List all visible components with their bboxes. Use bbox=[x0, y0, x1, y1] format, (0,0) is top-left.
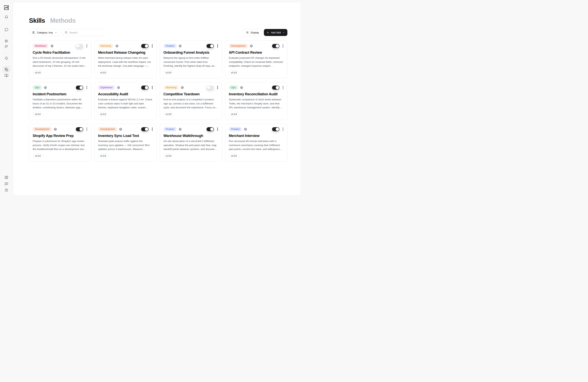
skill-description: Write merchant-facing release notes for … bbox=[98, 56, 153, 68]
version-badge: v1.0.0 bbox=[229, 154, 239, 158]
version-badge: v1.0.0 bbox=[229, 112, 239, 116]
app-logo[interactable] bbox=[3, 4, 10, 11]
card-header: Marketing bbox=[164, 85, 218, 90]
skill-card: Development Shopify App Review Prep Prep… bbox=[29, 124, 91, 162]
skill-card: Development API Contract Review Evaluate… bbox=[225, 41, 287, 78]
globe-icon bbox=[50, 44, 54, 48]
category-badge: Development bbox=[33, 127, 52, 131]
sidebar-item-flags[interactable] bbox=[4, 44, 9, 49]
sidebar-item-help[interactable] bbox=[4, 188, 9, 192]
more-menu-button[interactable] bbox=[217, 127, 218, 131]
globe-icon bbox=[44, 86, 47, 89]
skill-enabled-toggle[interactable] bbox=[207, 44, 214, 48]
skill-enabled-toggle[interactable] bbox=[272, 127, 279, 131]
skill-enabled-toggle[interactable] bbox=[76, 127, 83, 131]
version-badge: v1.0.0 bbox=[33, 112, 43, 116]
more-menu-button[interactable] bbox=[282, 127, 284, 131]
category-badge: Product bbox=[229, 127, 242, 131]
library-icon bbox=[4, 39, 8, 43]
toggle-knob bbox=[276, 86, 279, 89]
globe-icon bbox=[115, 44, 119, 48]
display-button[interactable]: Display bbox=[243, 29, 262, 36]
more-menu-button[interactable] bbox=[217, 44, 218, 48]
toggle-knob bbox=[276, 127, 279, 131]
category-filter-dropdown[interactable]: Category: Any bbox=[29, 29, 60, 36]
skill-title: Inventory Reconciliation Audit bbox=[229, 92, 284, 96]
more-menu-button[interactable] bbox=[86, 85, 87, 89]
users-icon bbox=[32, 31, 35, 34]
skill-enabled-toggle[interactable] bbox=[207, 85, 214, 90]
skill-title: Inventory Sync Load Test bbox=[98, 134, 153, 138]
display-button-label: Display bbox=[251, 31, 259, 34]
book-open-icon bbox=[4, 74, 9, 78]
toggle-knob bbox=[145, 127, 148, 131]
more-menu-button[interactable] bbox=[151, 44, 153, 48]
globe-icon bbox=[178, 127, 182, 131]
skill-card: Ops Incident Postmortem Facilitate a bla… bbox=[29, 82, 91, 120]
more-menu-button[interactable] bbox=[217, 85, 218, 89]
message-plus-icon bbox=[4, 182, 8, 186]
sliders-icon bbox=[246, 31, 249, 34]
sidebar-item-locate[interactable] bbox=[4, 56, 9, 61]
version-badge: v1.0.0 bbox=[229, 70, 239, 75]
more-menu-button[interactable] bbox=[151, 127, 153, 131]
toggle-knob bbox=[210, 44, 213, 48]
skill-description: Prepare a submission for Shopify's app r… bbox=[33, 139, 87, 151]
skill-enabled-toggle[interactable] bbox=[272, 85, 279, 90]
skill-enabled-toggle[interactable] bbox=[141, 85, 148, 90]
more-menu-button[interactable] bbox=[282, 44, 284, 48]
more-menu-button[interactable] bbox=[86, 44, 87, 48]
skill-card: Ops Inventory Reconciliation Audit Syste… bbox=[225, 82, 287, 120]
category-filter-label: Category: Any bbox=[37, 31, 53, 34]
card-header: Marketing bbox=[98, 44, 153, 48]
skill-description: Facilitate a blameless postmortem within… bbox=[33, 98, 87, 110]
page-tabs: Skills Methods bbox=[29, 2, 287, 24]
locate-icon bbox=[4, 56, 9, 60]
sidebar-item-feedback[interactable] bbox=[4, 181, 9, 186]
category-badge: Workflows bbox=[33, 44, 48, 48]
toggle-knob bbox=[145, 86, 148, 89]
toggle-knob bbox=[80, 86, 83, 89]
tab-methods[interactable]: Methods bbox=[50, 17, 76, 24]
card-header: Development bbox=[229, 44, 284, 48]
globe-icon bbox=[117, 86, 120, 89]
skill-title: Merchant Release Changelog bbox=[98, 51, 153, 55]
globe-icon bbox=[240, 86, 243, 89]
more-menu-button[interactable] bbox=[86, 127, 87, 131]
skill-card: Marketing Merchant Release Changelog Wri… bbox=[94, 41, 157, 78]
card-header: Ops bbox=[33, 85, 87, 90]
more-menu-button[interactable] bbox=[151, 85, 153, 89]
sidebar-item-notifications[interactable] bbox=[4, 15, 9, 20]
globe-icon bbox=[250, 44, 253, 48]
skill-title: Onboarding Funnel Analysis bbox=[164, 51, 218, 55]
sidebar-item-chat[interactable] bbox=[4, 27, 9, 32]
skill-title: API Contract Review bbox=[229, 51, 284, 55]
skill-card: Experience Accessibility Audit Evaluate … bbox=[94, 82, 157, 120]
card-header: Product bbox=[164, 44, 218, 48]
sidebar-item-library[interactable] bbox=[4, 39, 9, 43]
category-badge: Ops bbox=[33, 85, 42, 90]
sidebar bbox=[0, 0, 13, 198]
skill-enabled-toggle[interactable] bbox=[272, 44, 279, 48]
skill-title: Shopify App Review Prep bbox=[33, 134, 87, 138]
card-header: Experience bbox=[98, 85, 153, 90]
globe-icon bbox=[178, 44, 182, 48]
add-skill-button[interactable]: Add Skill bbox=[264, 29, 287, 36]
skill-enabled-toggle[interactable] bbox=[76, 85, 83, 90]
category-badge: Development bbox=[229, 44, 248, 48]
tab-skills[interactable]: Skills bbox=[29, 17, 45, 24]
skill-enabled-toggle[interactable] bbox=[76, 44, 83, 48]
chevron-down-icon bbox=[55, 31, 57, 34]
skill-enabled-toggle[interactable] bbox=[207, 127, 214, 131]
add-skill-button-label: Add Skill bbox=[271, 31, 281, 34]
skill-enabled-toggle[interactable] bbox=[141, 44, 148, 48]
sidebar-divider bbox=[3, 64, 10, 64]
sidebar-item-columns[interactable] bbox=[4, 175, 9, 180]
skill-enabled-toggle[interactable] bbox=[141, 127, 148, 131]
skill-description: Measure the signup-to-first-order-fulfil… bbox=[164, 56, 218, 68]
skill-description: Run structured 45-minute interviews with… bbox=[229, 139, 284, 151]
more-menu-button[interactable] bbox=[282, 85, 284, 89]
sidebar-item-skills-active[interactable] bbox=[4, 67, 9, 72]
search-input[interactable] bbox=[63, 29, 104, 36]
sidebar-item-docs[interactable] bbox=[4, 73, 9, 78]
